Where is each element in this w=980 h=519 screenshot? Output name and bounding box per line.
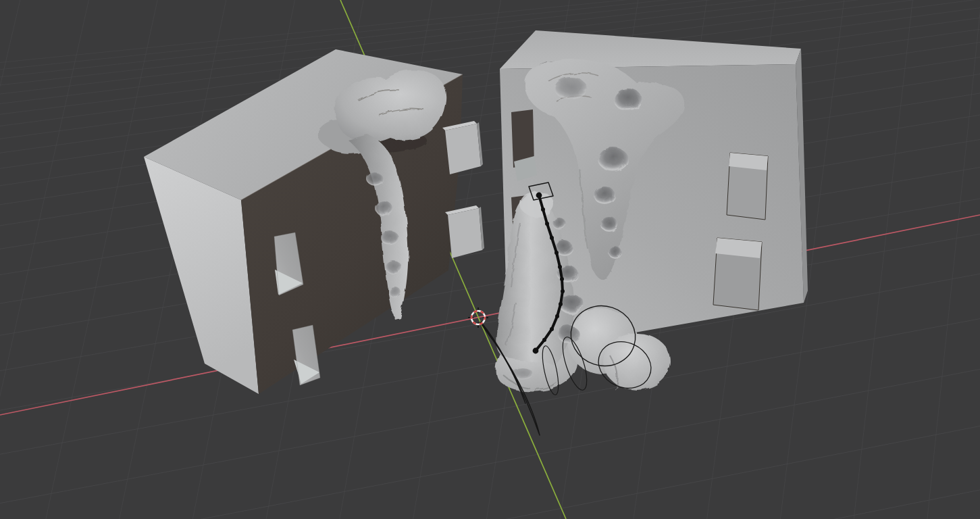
curve-control-point[interactable]: [550, 236, 554, 240]
curve-control-point[interactable]: [559, 302, 563, 306]
mold-right-inset-1: [727, 153, 768, 220]
curve-control-point[interactable]: [555, 314, 559, 318]
blender-3d-viewport[interactable]: [0, 0, 980, 519]
viewport-canvas[interactable]: [0, 0, 980, 519]
mold-right-inset-2: [713, 238, 762, 310]
curve-control-point[interactable]: [533, 348, 539, 354]
curve-control-point[interactable]: [555, 251, 559, 255]
curve-control-point[interactable]: [541, 207, 545, 212]
curve-control-point[interactable]: [560, 277, 564, 281]
curve-control-point[interactable]: [550, 327, 554, 331]
viewport-background: [0, 0, 980, 519]
curve-control-point[interactable]: [542, 338, 546, 342]
curve-control-point[interactable]: [561, 289, 565, 293]
curve-control-point[interactable]: [558, 265, 562, 269]
curve-control-point[interactable]: [545, 222, 549, 226]
curve-control-point[interactable]: [536, 193, 542, 199]
